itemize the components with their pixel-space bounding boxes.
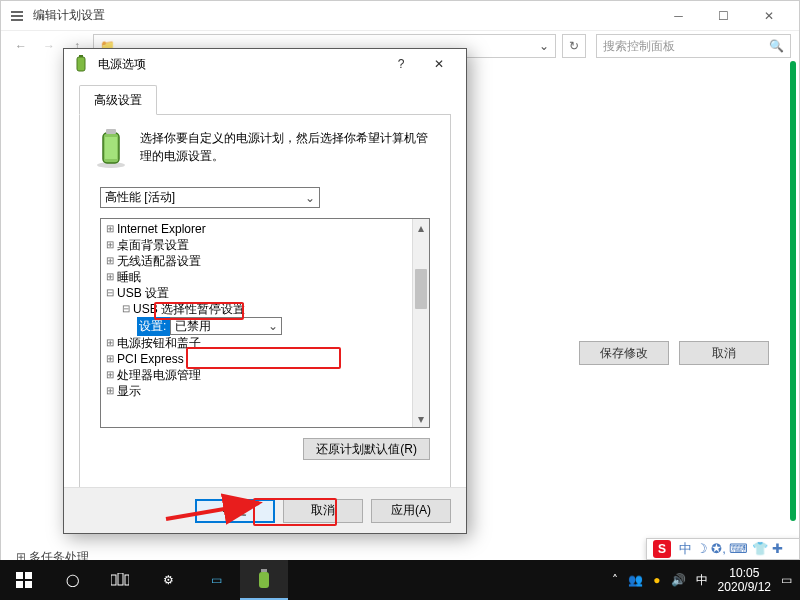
window-menu-icon xyxy=(9,8,25,24)
chevron-down-icon: ⌄ xyxy=(268,319,278,333)
tree-item-usb[interactable]: ⊟USB 设置 xyxy=(103,285,429,301)
cortana-button[interactable]: ◯ xyxy=(48,560,96,600)
volume-icon[interactable]: 🔊 xyxy=(671,573,686,587)
cancel-parent-button[interactable]: 取消 xyxy=(679,341,769,365)
svg-rect-16 xyxy=(118,573,123,585)
svg-rect-4 xyxy=(79,55,83,57)
dialog-title: 电源选项 xyxy=(98,56,382,73)
taskbar-app-settings[interactable]: ⚙ xyxy=(144,560,192,600)
tab-advanced[interactable]: 高级设置 xyxy=(79,85,157,115)
notifications-icon[interactable]: ▭ xyxy=(781,573,792,587)
scroll-thumb[interactable] xyxy=(415,269,427,309)
svg-rect-19 xyxy=(261,569,267,572)
save-button[interactable]: 保存修改 xyxy=(579,341,669,365)
setting-value: 已禁用 xyxy=(175,318,211,335)
chevron-down-icon: ⌄ xyxy=(305,191,315,205)
clock-date: 2020/9/12 xyxy=(718,580,771,594)
svg-rect-1 xyxy=(11,15,23,17)
tree-scrollbar[interactable]: ▴ ▾ xyxy=(412,219,429,427)
svg-rect-3 xyxy=(77,57,85,71)
tree-item-ie[interactable]: ⊞Internet Explorer xyxy=(103,221,429,237)
explorer-titlebar: 编辑计划设置 ─ ☐ ✕ xyxy=(1,1,799,31)
search-icon: 🔍 xyxy=(769,39,784,53)
tray-app-icon[interactable]: ● xyxy=(653,573,660,587)
dialog-titlebar: 电源选项 ? ✕ xyxy=(64,49,466,79)
cancel-button[interactable]: 取消 xyxy=(283,499,363,523)
svg-rect-12 xyxy=(25,572,32,579)
svg-rect-13 xyxy=(16,581,23,588)
refresh-button[interactable]: ↻ xyxy=(562,34,586,58)
svg-rect-2 xyxy=(11,19,23,21)
tree-item-usb-suspend[interactable]: ⊟USB 选择性暂停设置 xyxy=(103,301,429,317)
back-button[interactable]: ← xyxy=(9,34,33,58)
setting-value-select[interactable]: 已禁用 ⌄ xyxy=(170,317,282,335)
sogou-icon: S xyxy=(653,540,671,558)
scroll-down-icon[interactable]: ▾ xyxy=(413,410,429,427)
clock-time: 10:05 xyxy=(718,566,771,580)
help-button[interactable]: ? xyxy=(382,50,420,78)
side-scroll-indicator xyxy=(790,61,796,521)
maximize-button[interactable]: ☐ xyxy=(701,1,746,31)
forward-button[interactable]: → xyxy=(37,34,61,58)
dialog-close-button[interactable]: ✕ xyxy=(420,50,458,78)
power-plan-select[interactable]: 高性能 [活动] ⌄ xyxy=(100,187,320,208)
explorer-title: 编辑计划设置 xyxy=(33,7,656,24)
taskbar: ◯ ⚙ ▭ ˄ 👥 ● 🔊 中 10:05 2020/9/12 ▭ xyxy=(0,560,800,600)
tab-strip: 高级设置 xyxy=(79,85,451,115)
tree-item-desktop-bg[interactable]: ⊞桌面背景设置 xyxy=(103,237,429,253)
tree-item-pci[interactable]: ⊞PCI Express xyxy=(103,351,429,367)
taskbar-app-monitor[interactable]: ▭ xyxy=(192,560,240,600)
tree-item-display[interactable]: ⊞显示 xyxy=(103,383,429,399)
ok-button[interactable]: 确定 xyxy=(195,499,275,523)
svg-rect-17 xyxy=(125,575,129,585)
taskbar-app-power[interactable] xyxy=(240,560,288,600)
svg-rect-7 xyxy=(106,129,116,134)
svg-rect-0 xyxy=(11,11,23,13)
tree-item-power-button[interactable]: ⊞电源按钮和盖子 xyxy=(103,335,429,351)
scroll-up-icon[interactable]: ▴ xyxy=(413,219,429,236)
battery-icon xyxy=(72,55,90,73)
apply-button[interactable]: 应用(A) xyxy=(371,499,451,523)
power-options-dialog: 电源选项 ? ✕ 高级设置 选择你要自定义的电源计划，然后选择你希望计算机管理的… xyxy=(63,48,467,534)
people-icon[interactable]: 👥 xyxy=(628,573,643,587)
svg-rect-18 xyxy=(259,572,269,588)
tree-item-cpu-power[interactable]: ⊞处理器电源管理 xyxy=(103,367,429,383)
dialog-body: 高级设置 选择你要自定义的电源计划，然后选择你希望计算机管理的电源设置。 高性能… xyxy=(64,79,466,527)
restore-defaults-button[interactable]: 还原计划默认值(R) xyxy=(303,438,430,460)
dialog-footer: 确定 取消 应用(A) xyxy=(64,487,466,533)
search-input[interactable]: 搜索控制面板 🔍 xyxy=(596,34,791,58)
tree-setting-row: 设置: 已禁用 ⌄ xyxy=(103,317,429,335)
minimize-button[interactable]: ─ xyxy=(656,1,701,31)
svg-rect-14 xyxy=(25,581,32,588)
tree-item-sleep[interactable]: ⊞睡眠 xyxy=(103,269,429,285)
parent-dialog-buttons: 保存修改 取消 xyxy=(579,341,769,365)
start-button[interactable] xyxy=(0,560,48,600)
svg-rect-8 xyxy=(105,137,117,159)
tree-item-wireless[interactable]: ⊞无线适配器设置 xyxy=(103,253,429,269)
ime-indicators: 中 ☽ ✪, ⌨ 👕 ✚ xyxy=(679,540,783,558)
chevron-down-icon: ⌄ xyxy=(539,39,549,53)
svg-rect-11 xyxy=(16,572,23,579)
system-tray: ˄ 👥 ● 🔊 中 10:05 2020/9/12 ▭ xyxy=(612,566,800,594)
battery-large-icon xyxy=(94,129,128,169)
ime-toolbar[interactable]: S 中 ☽ ✪, ⌨ 👕 ✚ xyxy=(646,538,800,560)
power-plan-value: 高性能 [活动] xyxy=(105,189,175,206)
tray-chevron-icon[interactable]: ˄ xyxy=(612,573,618,587)
settings-tree: ⊞Internet Explorer ⊞桌面背景设置 ⊞无线适配器设置 ⊞睡眠 … xyxy=(100,218,430,428)
svg-rect-15 xyxy=(111,575,116,585)
taskbar-clock[interactable]: 10:05 2020/9/12 xyxy=(718,566,771,594)
close-button[interactable]: ✕ xyxy=(746,1,791,31)
ime-lang-indicator[interactable]: 中 xyxy=(696,572,708,589)
setting-label: 设置: xyxy=(137,317,170,336)
dialog-description: 选择你要自定义的电源计划，然后选择你希望计算机管理的电源设置。 xyxy=(140,129,436,169)
search-placeholder: 搜索控制面板 xyxy=(603,38,675,55)
tab-content: 选择你要自定义的电源计划，然后选择你希望计算机管理的电源设置。 高性能 [活动]… xyxy=(79,115,451,515)
task-view-button[interactable] xyxy=(96,560,144,600)
